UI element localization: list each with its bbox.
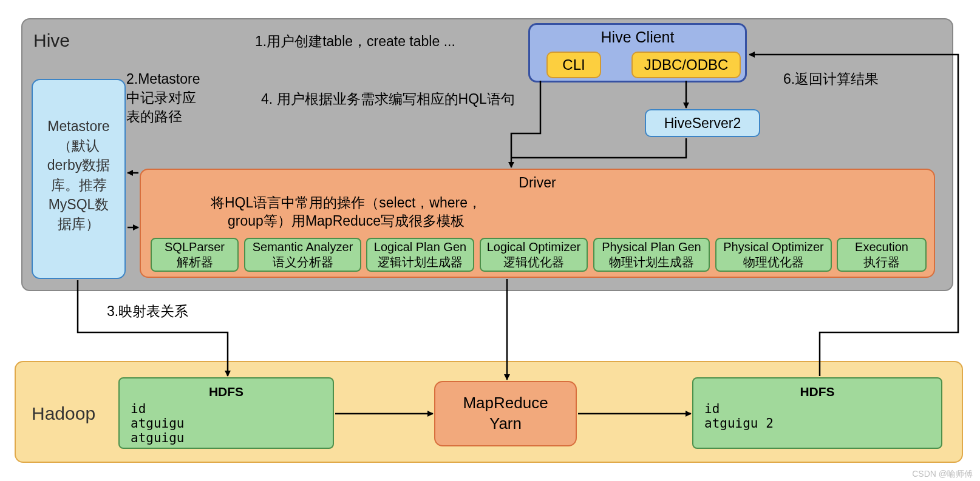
mapreduce-yarn-box: MapReduce Yarn [434, 381, 577, 446]
stage-execution: Execution 执行器 [837, 238, 927, 272]
stage-cn: 执行器 [863, 255, 900, 270]
hive-client-title: Hive Client [530, 29, 745, 46]
stage-cn: 物理优化器 [743, 255, 804, 270]
stage-physical-optimizer: Physical Optimizer 物理优化器 [715, 238, 832, 272]
stage-en: Physical Plan Gen [602, 240, 701, 255]
metastore-line: Metastore [33, 116, 124, 136]
hive-title: Hive [33, 30, 70, 51]
metastore-line: 据库） [33, 214, 124, 234]
hdfs-row: atguigu 2 [704, 416, 930, 431]
diagram-container: Hive Hadoop Metastore （默认 derby数据 库。推荐 M… [0, 0, 980, 481]
stage-cn: 逻辑优化器 [503, 255, 564, 270]
stage-logical-plan-gen: Logical Plan Gen 逻辑计划生成器 [366, 238, 474, 272]
step4-label: 4. 用户根据业务需求编写相应的HQL语句 [261, 90, 515, 109]
step1-label: 1.用户创建table，create table ... [255, 32, 455, 51]
mapreduce-label: MapReduce [463, 393, 548, 414]
metastore-line: MySQL数 [33, 195, 124, 214]
step6-label: 6.返回计算结果 [783, 70, 879, 89]
hdfs-row: id [131, 402, 322, 416]
stage-en: Execution [855, 240, 908, 255]
hdfs-right-title: HDFS [704, 385, 930, 399]
stage-en: Semantic Analyzer [253, 240, 353, 255]
hdfs-row: atguigu [131, 416, 322, 431]
stage-physical-plan-gen: Physical Plan Gen 物理计划生成器 [593, 238, 710, 272]
hdfs-row: id [704, 402, 930, 416]
metastore-line: derby数据 [33, 155, 124, 175]
jdbc-label: JDBC/ODBC [644, 56, 729, 73]
stage-cn: 物理计划生成器 [609, 255, 694, 270]
yarn-label: Yarn [489, 414, 522, 434]
stage-cn: 解析器 [177, 255, 213, 270]
hadoop-title: Hadoop [32, 403, 95, 424]
driver-desc-line: 将HQL语言中常用的操作（select，where， [211, 195, 481, 210]
hdfs-left-title: HDFS [131, 385, 322, 399]
watermark: CSDN @喻师傅 [912, 469, 973, 480]
stage-cn: 逻辑计划生成器 [378, 255, 463, 270]
stage-en: Logical Plan Gen [374, 240, 466, 255]
jdbc-odbc-box: JDBC/ODBC [631, 52, 741, 78]
step2-label: 2.Metastore 中记录对应 表的路径 [126, 70, 200, 126]
stage-sqlparser: SQLParser 解析器 [151, 238, 239, 272]
metastore-line: （默认 [33, 136, 124, 155]
hiveserver2-box: HiveServer2 [645, 109, 760, 137]
metastore-line: 库。推荐 [33, 175, 124, 195]
stage-logical-optimizer: Logical Optimizer 逻辑优化器 [480, 238, 588, 272]
metastore-box: Metastore （默认 derby数据 库。推荐 MySQL数 据库） [32, 79, 126, 279]
hdfs-left-box: HDFS id atguigu atguigu [118, 377, 334, 449]
step3-label: 3.映射表关系 [107, 302, 188, 321]
stage-en: Physical Optimizer [723, 240, 824, 255]
step2-line: 中记录对应 [126, 90, 196, 106]
cli-label: CLI [562, 56, 585, 73]
stage-en: SQLParser [165, 240, 225, 255]
stage-en: Logical Optimizer [487, 240, 581, 255]
cli-box: CLI [546, 52, 601, 78]
driver-description: 将HQL语言中常用的操作（select，where， group等）用MapRe… [206, 194, 486, 230]
step2-line: 表的路径 [126, 109, 182, 124]
hdfs-right-box: HDFS id atguigu 2 [692, 377, 942, 449]
hdfs-row: atguigu [131, 431, 322, 445]
driver-title: Driver [146, 175, 929, 191]
step2-line: 2.Metastore [126, 71, 200, 87]
driver-desc-line: group等）用MapReduce写成很多模板 [228, 213, 464, 229]
stage-cn: 语义分析器 [273, 255, 333, 270]
stage-semantic-analyzer: Semantic Analyzer 语义分析器 [244, 238, 361, 272]
